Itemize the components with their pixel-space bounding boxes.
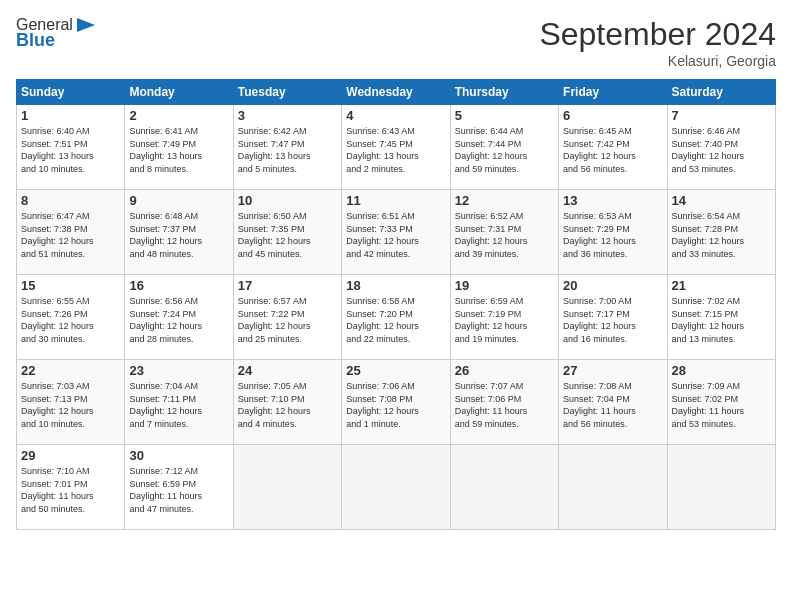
day-1: 1Sunrise: 6:40 AM Sunset: 7:51 PM Daylig…	[17, 105, 125, 190]
col-friday: Friday	[559, 80, 667, 105]
day-27: 27Sunrise: 7:08 AM Sunset: 7:04 PM Dayli…	[559, 360, 667, 445]
day-23: 23Sunrise: 7:04 AM Sunset: 7:11 PM Dayli…	[125, 360, 233, 445]
day-2: 2Sunrise: 6:41 AM Sunset: 7:49 PM Daylig…	[125, 105, 233, 190]
day-28: 28Sunrise: 7:09 AM Sunset: 7:02 PM Dayli…	[667, 360, 775, 445]
day-9: 9Sunrise: 6:48 AM Sunset: 7:37 PM Daylig…	[125, 190, 233, 275]
day-3: 3Sunrise: 6:42 AM Sunset: 7:47 PM Daylig…	[233, 105, 341, 190]
day-empty	[559, 445, 667, 530]
calendar-week-2: 8Sunrise: 6:47 AM Sunset: 7:38 PM Daylig…	[17, 190, 776, 275]
day-24: 24Sunrise: 7:05 AM Sunset: 7:10 PM Dayli…	[233, 360, 341, 445]
day-30: 30Sunrise: 7:12 AM Sunset: 6:59 PM Dayli…	[125, 445, 233, 530]
day-8: 8Sunrise: 6:47 AM Sunset: 7:38 PM Daylig…	[17, 190, 125, 275]
logo-blue-text: Blue	[16, 30, 55, 51]
day-5: 5Sunrise: 6:44 AM Sunset: 7:44 PM Daylig…	[450, 105, 558, 190]
day-29: 29Sunrise: 7:10 AM Sunset: 7:01 PM Dayli…	[17, 445, 125, 530]
day-26: 26Sunrise: 7:07 AM Sunset: 7:06 PM Dayli…	[450, 360, 558, 445]
month-title: September 2024	[539, 16, 776, 53]
col-monday: Monday	[125, 80, 233, 105]
header: General Blue September 2024 Kelasuri, Ge…	[16, 16, 776, 69]
calendar-week-5: 29Sunrise: 7:10 AM Sunset: 7:01 PM Dayli…	[17, 445, 776, 530]
calendar-header-row: Sunday Monday Tuesday Wednesday Thursday…	[17, 80, 776, 105]
day-19: 19Sunrise: 6:59 AM Sunset: 7:19 PM Dayli…	[450, 275, 558, 360]
day-22: 22Sunrise: 7:03 AM Sunset: 7:13 PM Dayli…	[17, 360, 125, 445]
day-empty	[450, 445, 558, 530]
day-20: 20Sunrise: 7:00 AM Sunset: 7:17 PM Dayli…	[559, 275, 667, 360]
title-block: September 2024 Kelasuri, Georgia	[539, 16, 776, 69]
col-saturday: Saturday	[667, 80, 775, 105]
day-empty	[233, 445, 341, 530]
day-empty	[667, 445, 775, 530]
svg-marker-0	[77, 18, 95, 32]
calendar-week-1: 1Sunrise: 6:40 AM Sunset: 7:51 PM Daylig…	[17, 105, 776, 190]
col-thursday: Thursday	[450, 80, 558, 105]
col-wednesday: Wednesday	[342, 80, 450, 105]
logo-icon	[75, 16, 97, 34]
col-sunday: Sunday	[17, 80, 125, 105]
day-empty	[342, 445, 450, 530]
day-17: 17Sunrise: 6:57 AM Sunset: 7:22 PM Dayli…	[233, 275, 341, 360]
day-4: 4Sunrise: 6:43 AM Sunset: 7:45 PM Daylig…	[342, 105, 450, 190]
calendar-week-3: 15Sunrise: 6:55 AM Sunset: 7:26 PM Dayli…	[17, 275, 776, 360]
day-16: 16Sunrise: 6:56 AM Sunset: 7:24 PM Dayli…	[125, 275, 233, 360]
day-6: 6Sunrise: 6:45 AM Sunset: 7:42 PM Daylig…	[559, 105, 667, 190]
day-10: 10Sunrise: 6:50 AM Sunset: 7:35 PM Dayli…	[233, 190, 341, 275]
logo: General Blue	[16, 16, 99, 51]
day-7: 7Sunrise: 6:46 AM Sunset: 7:40 PM Daylig…	[667, 105, 775, 190]
page: General Blue September 2024 Kelasuri, Ge…	[0, 0, 792, 612]
day-25: 25Sunrise: 7:06 AM Sunset: 7:08 PM Dayli…	[342, 360, 450, 445]
calendar-week-4: 22Sunrise: 7:03 AM Sunset: 7:13 PM Dayli…	[17, 360, 776, 445]
day-11: 11Sunrise: 6:51 AM Sunset: 7:33 PM Dayli…	[342, 190, 450, 275]
day-15: 15Sunrise: 6:55 AM Sunset: 7:26 PM Dayli…	[17, 275, 125, 360]
day-18: 18Sunrise: 6:58 AM Sunset: 7:20 PM Dayli…	[342, 275, 450, 360]
location: Kelasuri, Georgia	[539, 53, 776, 69]
col-tuesday: Tuesday	[233, 80, 341, 105]
day-21: 21Sunrise: 7:02 AM Sunset: 7:15 PM Dayli…	[667, 275, 775, 360]
day-13: 13Sunrise: 6:53 AM Sunset: 7:29 PM Dayli…	[559, 190, 667, 275]
day-12: 12Sunrise: 6:52 AM Sunset: 7:31 PM Dayli…	[450, 190, 558, 275]
calendar: Sunday Monday Tuesday Wednesday Thursday…	[16, 79, 776, 530]
day-14: 14Sunrise: 6:54 AM Sunset: 7:28 PM Dayli…	[667, 190, 775, 275]
